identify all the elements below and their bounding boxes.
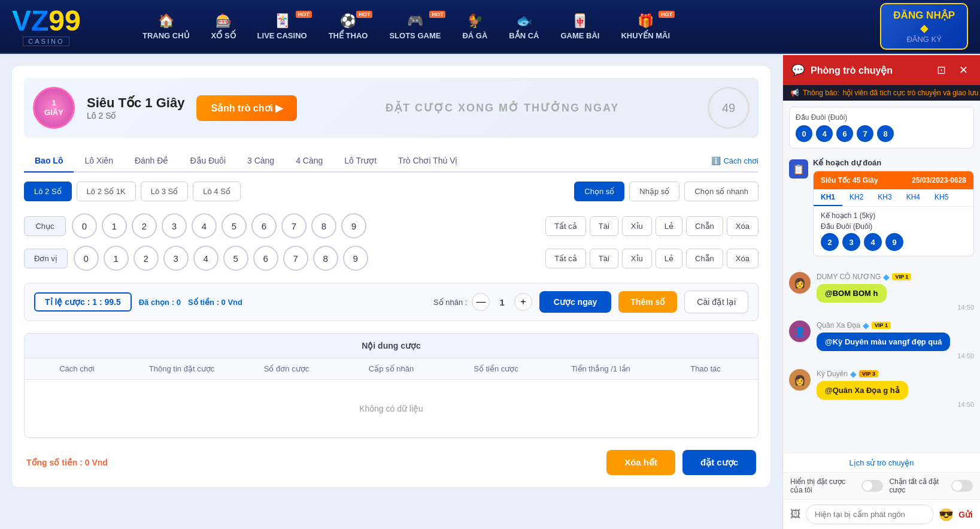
chon-so-nhanh-button[interactable]: Chọn số nhanh	[684, 182, 758, 201]
num-ball-chuc-8[interactable]: 8	[311, 213, 336, 238]
kh3-tab[interactable]: KH3	[870, 189, 899, 206]
num-ball-chuc-1[interactable]: 1	[102, 213, 127, 238]
num-ball-dv-2[interactable]: 2	[134, 246, 159, 271]
add-number-button[interactable]: Thêm số	[618, 291, 677, 313]
num-ball-dv-4[interactable]: 4	[193, 246, 219, 271]
tab-3-cang[interactable]: 3 Càng	[236, 150, 285, 173]
nav-label: XỔ SỐ	[211, 31, 236, 40]
num-ball-chuc-4[interactable]: 4	[192, 213, 217, 238]
tab-dau-duoi[interactable]: Đầu Đuôi	[179, 150, 236, 173]
send-button[interactable]: Gửi	[958, 510, 973, 519]
kh5-tab[interactable]: KH5	[927, 189, 955, 206]
chuc-all-btn[interactable]: Tất cả	[545, 216, 586, 236]
kh4-tab[interactable]: KH4	[899, 189, 927, 206]
sidebar-item-khuyen-mai[interactable]: HOT 🎁 KHUYẾN MÃI	[610, 8, 681, 45]
num-ball-dv-8[interactable]: 8	[313, 246, 338, 271]
dv-all-btn[interactable]: Tất cả	[545, 249, 586, 268]
show-bets-toggle[interactable]	[861, 480, 883, 492]
num-ball-dv-9[interactable]: 9	[343, 246, 368, 271]
sidebar-item-live-casino[interactable]: HOT 🃏 LIVE CASINO	[247, 8, 318, 45]
info-icon: ℹ️	[711, 156, 721, 165]
number-select-controls: Chọn số Nhập số Chọn số nhanh	[574, 182, 758, 201]
main-content: 1GIÂY Siêu Tốc 1 Giây Lô 2 Số Sảnh trò c…	[0, 54, 980, 529]
clear-all-button[interactable]: Xóa hết	[606, 450, 675, 475]
pred-game: Siêu Tốc 45 Giây	[821, 176, 878, 185]
chat-close-button[interactable]: ✕	[955, 62, 972, 78]
tab-lo-truot[interactable]: Lô Trượt	[333, 150, 387, 173]
bet-table-title: Nội dung cược	[25, 334, 758, 358]
num-ball-chuc-0[interactable]: 0	[72, 213, 97, 238]
sidebar-item-da-ga[interactable]: 🐓 ĐÁ GÀ	[451, 8, 498, 45]
dv-tai-btn[interactable]: Tài	[590, 249, 618, 268]
bet-table-header: Cách chơi Thông tin đặt cược Số đơn cược…	[25, 358, 758, 380]
multiplier-increase[interactable]: +	[514, 293, 532, 311]
chat-input[interactable]	[806, 504, 934, 524]
pred-plan-name: Kế hoạch 1 (5kỳ)	[821, 211, 966, 220]
sub-tab-lo-3-so[interactable]: Lô 3 Số	[141, 182, 189, 201]
sidebar-item-the-thao[interactable]: HOT ⚽ THỂ THAO	[318, 8, 379, 45]
block-bets-toggle[interactable]	[951, 480, 973, 492]
num-ball-chuc-3[interactable]: 3	[162, 213, 187, 238]
image-upload-button[interactable]: 🖼	[790, 508, 801, 521]
num-ball-chuc-6[interactable]: 6	[251, 213, 277, 238]
gift-icon: 🎁	[638, 13, 654, 29]
tab-4-cang[interactable]: 4 Càng	[285, 150, 333, 173]
chuc-xoa-btn[interactable]: Xóa	[727, 216, 758, 236]
chuc-chan-btn[interactable]: Chẵn	[686, 216, 723, 236]
chuc-le-btn[interactable]: Lẻ	[656, 216, 682, 236]
sub-tab-lo-2-so[interactable]: Lô 2 Số	[24, 182, 72, 201]
num-ball-dv-1[interactable]: 1	[104, 246, 129, 271]
num-ball-chuc-5[interactable]: 5	[222, 213, 247, 238]
nhap-so-button[interactable]: Nhập số	[629, 182, 679, 201]
num-ball-dv-3[interactable]: 3	[163, 246, 189, 271]
msg-dumy: 👩 DUMY CÔ NƯƠNG ◆ VIP 1 @BOM BOM h 14:50	[789, 272, 974, 311]
pred-plan: Kế hoạch 1 (5kỳ) Đầu Đuôi (Đuôi) 2 3 4 9	[814, 207, 973, 256]
place-bet-button[interactable]: đặt cược	[682, 450, 756, 475]
kh2-tab[interactable]: KH2	[842, 189, 870, 206]
num-ball-dv-0[interactable]: 0	[74, 246, 99, 271]
num-ball-chuc-9[interactable]: 9	[341, 213, 366, 238]
notice-content: hội viên đã tích cực trò chuyện và giao …	[843, 89, 979, 97]
reset-button[interactable]: Cài đặt lại	[684, 291, 748, 313]
tab-tro-choi[interactable]: Trò Chơi Thú Vị	[387, 150, 468, 173]
dv-le-btn[interactable]: Lẻ	[656, 249, 682, 268]
chon-so-button[interactable]: Chọn số	[574, 182, 624, 201]
login-register-box[interactable]: ĐĂNG NHẬP ◆ ĐĂNG KÝ	[880, 3, 968, 50]
sidebar-item-ban-ca[interactable]: 🐟 BẮN CÁ	[498, 8, 550, 45]
chuc-tai-btn[interactable]: Tài	[590, 216, 618, 236]
notice-bar: 📢 Thông báo: hội viên đã tích cực trò ch…	[783, 85, 980, 101]
enter-game-button[interactable]: Sảnh trò chơi ▶	[196, 95, 297, 121]
chat-icon: 💬	[791, 64, 805, 77]
kh1-tab[interactable]: KH1	[814, 189, 842, 206]
num-ball-chuc-2[interactable]: 2	[132, 213, 157, 238]
sidebar-item-game-bai[interactable]: 🀄 GAME BÀI	[550, 8, 610, 45]
chat-history-link[interactable]: Lịch sử trò chuyện	[783, 454, 980, 473]
chat-minimize-button[interactable]: ⊡	[933, 62, 949, 78]
bet-now-button[interactable]: Cược ngay	[539, 291, 611, 313]
num-ball-chuc-7[interactable]: 7	[281, 213, 307, 238]
sidebar-item-trang-chu[interactable]: 🏠 TRANG CHỦ	[132, 8, 201, 45]
avatar-dumy: 👩	[789, 272, 811, 294]
sub-tab-lo-2-so-1k[interactable]: Lô 2 Số 1K	[77, 182, 136, 201]
sub-tab-lo-4-so[interactable]: Lô 4 Số	[193, 182, 241, 201]
num-ball-dv-6[interactable]: 6	[253, 246, 278, 271]
pred-num-4: 4	[864, 233, 882, 251]
sidebar-item-slots-game[interactable]: HOT 🎮 SLOTS GAME	[378, 8, 451, 45]
num-ball-dv-7[interactable]: 7	[283, 246, 308, 271]
how-to-play-link[interactable]: ℹ️ Cách chơi	[711, 156, 758, 165]
dv-chan-btn[interactable]: Chẵn	[686, 249, 723, 268]
emoji-button[interactable]: 😎	[939, 507, 954, 522]
dv-xoa-btn[interactable]: Xóa	[727, 249, 758, 268]
chuc-xiu-btn[interactable]: Xỉu	[622, 216, 652, 236]
num-6: 6	[836, 125, 853, 142]
tab-lo-xien[interactable]: Lô Xiên	[74, 150, 123, 173]
tab-danh-de[interactable]: Đánh Đề	[124, 150, 179, 173]
game-title: Siêu Tốc 1 Giây	[87, 95, 184, 111]
num-ball-dv-5[interactable]: 5	[223, 246, 248, 271]
dv-xiu-btn[interactable]: Xỉu	[622, 249, 652, 268]
sidebar-item-xo-so[interactable]: 🎰 XỔ SỐ	[201, 8, 247, 45]
nav-right: ĐĂNG NHẬP ◆ ĐĂNG KÝ	[880, 3, 968, 50]
odds-badge: Tỉ lệ cược : 1 : 99.5	[34, 292, 132, 312]
multiplier-decrease[interactable]: —	[472, 293, 490, 311]
tab-bao-lo[interactable]: Bao Lô	[24, 150, 74, 173]
